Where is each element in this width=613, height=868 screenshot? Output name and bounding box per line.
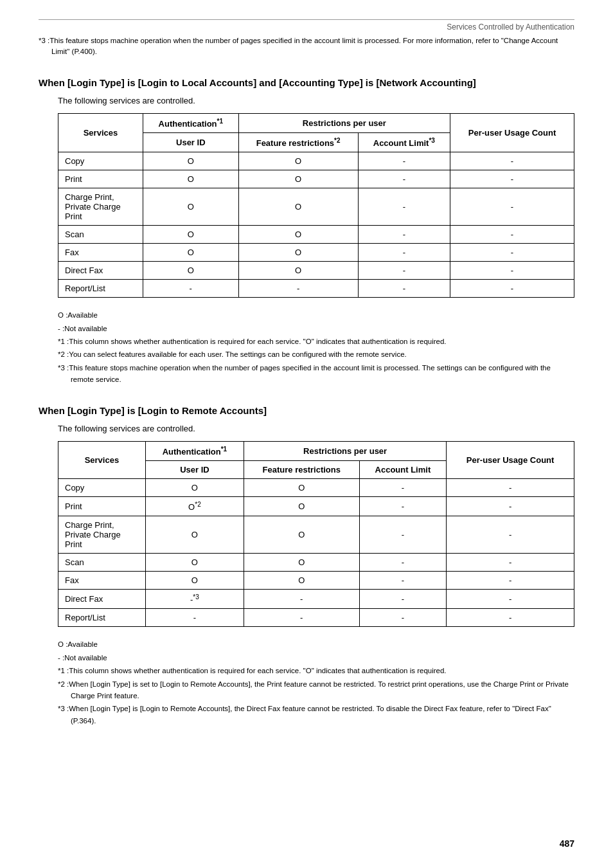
col-perusage-1: Per-user Usage Count <box>450 113 574 152</box>
table-row: Fax <box>58 572 146 590</box>
col-account-2: Account Limit <box>359 460 447 478</box>
page-header: Services Controlled by Authentication <box>39 19 574 32</box>
footnote-item: O :Available <box>58 638 574 650</box>
section2: When [Login Type] is [Login to Remote Ac… <box>39 404 574 727</box>
cell-feature: O <box>244 496 359 516</box>
cell-account: - <box>359 609 447 627</box>
table-row: Charge Print, Private Charge Print <box>58 516 146 554</box>
section1-table-wrap: Services Authentication*1 Restrictions p… <box>39 113 574 298</box>
cell-feature: O <box>244 516 359 554</box>
cell-account: - <box>359 516 447 554</box>
footnote-item: *1 :This column shows whether authentica… <box>58 665 574 676</box>
cell-account: - <box>359 478 447 496</box>
cell-userid: O <box>143 170 238 188</box>
footnote-item: - :Not available <box>58 323 574 334</box>
cell-userid: O <box>143 244 238 262</box>
cell-userid: -*3 <box>145 590 244 609</box>
cell-perusage: - <box>447 496 574 516</box>
section2-heading: When [Login Type] is [Login to Remote Ac… <box>39 404 574 417</box>
cell-userid: O <box>145 572 244 590</box>
section2-table: Services Authentication*1 Restrictions p… <box>58 441 574 628</box>
cell-feature: O <box>238 170 358 188</box>
footnote-item: O :Available <box>58 309 574 321</box>
header-title: Services Controlled by Authentication <box>447 23 574 32</box>
col-restrictions-1: Restrictions per user <box>238 113 450 132</box>
cell-perusage: - <box>447 554 574 572</box>
cell-feature: O <box>238 262 358 280</box>
cell-feature: O <box>238 152 358 170</box>
col-services-1: Services <box>58 113 143 152</box>
col-restrictions-2: Restrictions per user <box>244 441 446 460</box>
col-services-2: Services <box>58 441 146 478</box>
cell-perusage: - <box>450 262 574 280</box>
cell-userid: O <box>145 516 244 554</box>
cell-feature: O <box>238 188 358 226</box>
table-row: Scan <box>58 226 143 244</box>
section2-table-wrap: Services Authentication*1 Restrictions p… <box>39 441 574 628</box>
cell-userid: O*2 <box>145 496 244 516</box>
top-note: *3 :This feature stops machine operation… <box>39 35 574 58</box>
col-feature-2: Feature restrictions <box>244 460 359 478</box>
table-row: Print <box>58 170 143 188</box>
table-row: Fax <box>58 244 143 262</box>
cell-perusage: - <box>450 170 574 188</box>
col-userid-1: User ID <box>143 132 238 152</box>
cell-perusage: - <box>450 152 574 170</box>
table-row: Report/List <box>58 280 143 298</box>
table-row: Direct Fax <box>58 262 143 280</box>
table-row: Scan <box>58 554 146 572</box>
table-row: Copy <box>58 152 143 170</box>
table-row: Copy <box>58 478 146 496</box>
cell-userid: O <box>143 188 238 226</box>
section1: When [Login Type] is [Login to Local Acc… <box>39 76 574 386</box>
cell-perusage: - <box>447 516 574 554</box>
cell-account: - <box>358 170 450 188</box>
cell-userid: O <box>145 478 244 496</box>
footnote-item: *3 :This feature stops machine operation… <box>58 362 574 386</box>
cell-userid: O <box>143 262 238 280</box>
table-row: Report/List <box>58 609 146 627</box>
cell-feature: - <box>238 280 358 298</box>
cell-account: - <box>358 226 450 244</box>
cell-account: - <box>359 496 447 516</box>
cell-feature: - <box>244 609 359 627</box>
footnote-item: *2 :When [Login Type] is set to [Login t… <box>58 678 574 702</box>
cell-perusage: - <box>450 188 574 226</box>
cell-userid: - <box>145 609 244 627</box>
cell-account: - <box>358 244 450 262</box>
cell-feature: O <box>244 478 359 496</box>
section1-table: Services Authentication*1 Restrictions p… <box>58 113 574 298</box>
cell-perusage: - <box>447 590 574 609</box>
table-row: Direct Fax <box>58 590 146 609</box>
cell-userid: - <box>143 280 238 298</box>
cell-account: - <box>358 262 450 280</box>
col-auth-2: Authentication*1 <box>145 441 244 460</box>
section1-subtext: The following services are controlled. <box>39 96 574 105</box>
table-row: Charge Print, Private Charge Print <box>58 188 143 226</box>
cell-userid: O <box>143 152 238 170</box>
footnote-item: *1 :This column shows whether authentica… <box>58 336 574 347</box>
cell-userid: O <box>145 554 244 572</box>
section2-footnotes: O :Available- :Not available*1 :This col… <box>39 638 574 727</box>
cell-perusage: - <box>450 280 574 298</box>
cell-account: - <box>358 280 450 298</box>
footnote-item: *2 :You can select features available fo… <box>58 348 574 360</box>
cell-feature: O <box>238 226 358 244</box>
cell-perusage: - <box>447 478 574 496</box>
cell-feature: O <box>244 554 359 572</box>
cell-perusage: - <box>447 609 574 627</box>
cell-feature: O <box>244 572 359 590</box>
cell-account: - <box>359 572 447 590</box>
col-account-1: Account Limit*3 <box>358 132 450 152</box>
cell-account: - <box>358 152 450 170</box>
cell-feature: - <box>244 590 359 609</box>
col-feature-1: Feature restrictions*2 <box>238 132 358 152</box>
cell-perusage: - <box>447 572 574 590</box>
cell-account: - <box>358 188 450 226</box>
cell-account: - <box>359 590 447 609</box>
footnote-item: - :Not available <box>58 652 574 664</box>
col-perusage-2: Per-user Usage Count <box>447 441 574 478</box>
section1-heading: When [Login Type] is [Login to Local Acc… <box>39 76 574 89</box>
cell-feature: O <box>238 244 358 262</box>
table-row: Print <box>58 496 146 516</box>
